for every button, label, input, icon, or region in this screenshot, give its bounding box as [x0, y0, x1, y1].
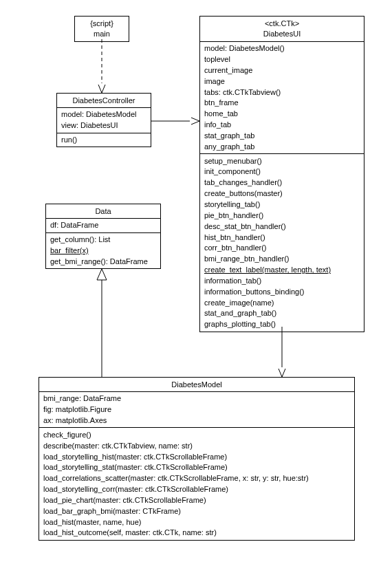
attr: any_graph_tab — [204, 141, 360, 152]
method: load_bar_graph_bmi(master: CTkFrame) — [43, 506, 350, 517]
method: information_tab() — [204, 275, 360, 286]
class-diabetescontroller: DiabetesController model: DiabetesModel … — [56, 93, 151, 147]
data-attrs: df: DataFrame — [46, 219, 160, 233]
attr: toplevel — [204, 54, 360, 65]
attr: tabs: ctk.CTkTabview() — [204, 87, 360, 98]
arrowhead-icon — [191, 118, 199, 124]
method: bar_filter(x) — [50, 246, 156, 257]
attr: ax: matplotlib.Axes — [43, 415, 350, 426]
model-methods: check_figure() describe(master: ctk.CTkT… — [39, 428, 354, 539]
method: hist_btn_handler() — [204, 232, 360, 243]
attr: bmi_range: DataFrame — [43, 393, 350, 404]
method: information_buttons_binding() — [204, 286, 360, 297]
ui-stereotype: <ctk.CTk> — [204, 18, 360, 29]
class-data: Data df: DataFrame get_column(): List ba… — [45, 204, 161, 269]
method: check_figure() — [43, 429, 350, 440]
method: setup_menubar() — [204, 155, 360, 166]
method: init_component() — [204, 166, 360, 177]
controller-attrs: model: DiabetesModel view: DiabetesUI — [57, 108, 151, 133]
data-name: Data — [50, 206, 156, 217]
attr: model: DiabetesModel — [61, 109, 146, 120]
class-diabetesmodel: DiabetesModel bmi_range: DataFrame fig: … — [39, 377, 355, 541]
method: load_hist(master, name, hue) — [43, 517, 350, 528]
method: run() — [61, 135, 146, 146]
ui-attrs: model: DiabetesModel() toplevel current_… — [200, 42, 364, 154]
ui-methods: setup_menubar() init_component() tab_cha… — [200, 154, 364, 332]
method: tab_changes_handler() — [204, 177, 360, 188]
method: graphs_plotting_tab() — [204, 319, 360, 330]
class-diabetesui: <ctk.CTk> DiabetesUI model: DiabetesMode… — [199, 16, 364, 332]
method: create_image(name) — [204, 297, 360, 308]
method: bmi_range_btn_handler() — [204, 254, 360, 265]
method: load_hist_outcome(self, master: ctk.CTk,… — [43, 528, 350, 539]
method: storytelling_tab() — [204, 199, 360, 210]
main-stereotype: {script} — [79, 18, 124, 29]
method: load_storytelling_stat(master: ctk.CTkSc… — [43, 462, 350, 473]
attr: df: DataFrame — [50, 220, 156, 231]
attr: home_tab — [204, 109, 360, 120]
class-main: {script} main — [74, 16, 129, 42]
method: stat_and_graph_tab() — [204, 308, 360, 319]
attr: model: DiabetesModel() — [204, 43, 360, 54]
generalization-arrowhead-icon — [97, 269, 107, 280]
method: create_buttons(master) — [204, 188, 360, 199]
method: create_text_label(master, length, text) — [204, 265, 360, 276]
attr: view: DiabetesUI — [61, 120, 146, 131]
main-name: main — [79, 29, 124, 40]
method: desc_stat_btn_handler() — [204, 221, 360, 232]
method: load_storytelling_corr(master: ctk.CTkSc… — [43, 484, 350, 495]
method: load_correlations_scatter(master: ctk.CT… — [43, 473, 350, 484]
data-methods: get_column(): List bar_filter(x) get_bmi… — [46, 233, 160, 269]
controller-methods: run() — [57, 133, 151, 147]
attr: btn_frame — [204, 98, 360, 109]
attr: stat_graph_tab — [204, 130, 360, 141]
method: describe(master: ctk.CTkTabview, name: s… — [43, 440, 350, 451]
model-name: DiabetesModel — [43, 379, 350, 390]
method: get_column(): List — [50, 235, 156, 246]
ui-name: DiabetesUI — [204, 29, 360, 40]
method: load_storytelling_hist(master: ctk.CTkSc… — [43, 451, 350, 462]
attr: fig: matplotlib.Figure — [43, 404, 350, 415]
attr: current_image — [204, 65, 360, 76]
model-attrs: bmi_range: DataFrame fig: matplotlib.Fig… — [39, 392, 354, 429]
method: pie_btn_handler() — [204, 210, 360, 221]
attr: image — [204, 76, 360, 87]
arrowhead-icon — [98, 85, 105, 93]
controller-name: DiabetesController — [61, 95, 146, 106]
attr: info_tab — [204, 120, 360, 131]
method: get_bmi_range(): DataFrame — [50, 256, 156, 267]
method: load_pie_chart(master: ctk.CTkScrollable… — [43, 495, 350, 506]
arrowhead-icon — [279, 369, 285, 377]
method: corr_btn_handler() — [204, 243, 360, 254]
